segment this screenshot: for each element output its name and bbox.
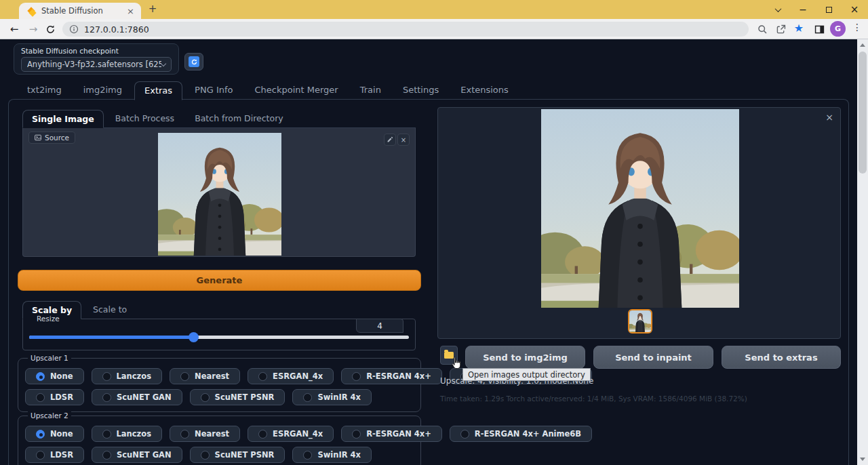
resize-slider[interactable] [29,336,409,339]
window-close-button[interactable]: × [846,0,863,19]
tab-close-icon[interactable]: × [125,6,136,16]
back-button[interactable]: ← [7,22,22,37]
send-to-extras-button[interactable]: Send to extras [722,346,841,369]
new-tab-button[interactable]: + [146,3,159,16]
tab-settings[interactable]: Settings [393,81,448,100]
upscaler2-group: Upscaler 2 None Lanczos Nearest ESRGAN_4… [18,416,421,465]
upscaler1-option-esrgan-4x[interactable]: ESRGAN_4x [248,368,334,384]
resize-slider-handle[interactable] [189,332,199,342]
tab-txt2img[interactable]: txt2img [18,81,71,100]
image-icon [35,134,41,141]
radio-icon [36,451,45,460]
radio-icon [102,451,111,460]
output-thumbnail-image [629,310,651,332]
upscaler2-option-ldsr[interactable]: LDSR [25,447,84,463]
radio-icon [352,372,361,381]
checkpoint-selector: Stable Diffusion checkpoint Anything-V3-… [14,43,179,75]
subtab-batch-process[interactable]: Batch Process [106,110,183,127]
profile-avatar[interactable]: G [830,21,846,37]
stable-diffusion-page: Stable Diffusion checkpoint Anything-V3-… [0,39,857,465]
upscaler2-option-r-esrgan-anime6b[interactable]: R-ESRGAN 4x+ Anime6B [450,426,592,442]
refresh-checkpoints-button[interactable] [184,53,203,70]
tab-extensions[interactable]: Extensions [451,81,518,100]
tab-scale-to[interactable]: Scale to [84,301,136,319]
source-chip: Source [28,132,75,144]
radio-icon [180,430,189,439]
tab-img2img[interactable]: img2img [74,81,132,100]
bookmark-star-icon[interactable]: ★ [791,21,806,36]
tab-extras[interactable]: Extras [134,81,182,100]
upscaler1-option-nearest[interactable]: Nearest [170,368,240,384]
send-to-img2img-button[interactable]: Send to img2img [465,346,585,369]
upscaler2-option-swinir-4x[interactable]: SwinIR 4x [292,447,372,463]
radio-icon [102,393,111,402]
upscaler2-option-scunet-gan[interactable]: ScuNET GAN [92,447,182,463]
radio-icon [352,430,361,439]
tab-checkpoint-merger[interactable]: Checkpoint Merger [245,81,347,100]
subtab-single-image[interactable]: Single Image [22,110,104,128]
upscaler2-option-esrgan-4x[interactable]: ESRGAN_4x [248,426,334,442]
upscaler1-option-none[interactable]: None [25,368,84,384]
radio-icon [201,393,210,402]
page-scrollbar[interactable] [857,39,868,465]
forward-button[interactable]: → [26,22,41,37]
reload-icon[interactable] [45,24,56,35]
upscaler2-option-scunet-psnr[interactable]: ScuNET PSNR [190,447,285,463]
scrollbar-thumb[interactable] [859,52,867,174]
output-image[interactable] [541,109,739,308]
radio-selected-icon [36,430,45,439]
upscaler2-option-lanczos[interactable]: Lanczos [92,426,163,442]
source-tools: × [384,134,410,146]
edit-pencil-icon[interactable] [384,134,396,146]
zoom-icon[interactable] [757,24,768,35]
radio-icon [460,430,469,439]
upscaler1-option-ldsr[interactable]: LDSR [25,389,84,405]
source-image [158,133,281,256]
browser-menu-kebab-icon[interactable]: ⋮ [852,22,862,33]
screen: Stable Diffusion × + − × ← → 127.0.0.1:7… [0,0,868,465]
output-gallery-panel: × [437,107,841,339]
upscaler2-option-r-esrgan-4x[interactable]: R-ESRGAN 4x+ [341,426,442,442]
upscaler1-option-r-esrgan-4x[interactable]: R-ESRGAN 4x+ [341,368,442,384]
browser-tab[interactable]: Stable Diffusion × [19,3,141,19]
upscaler1-option-scunet-psnr[interactable]: ScuNET PSNR [190,389,285,405]
tab-png-info[interactable]: PNG Info [185,81,242,100]
upscaler2-option-nearest[interactable]: Nearest [170,426,240,442]
radio-icon [303,451,312,460]
url-text: 127.0.0.1:7860 [84,24,149,35]
scroll-up-arrow-icon[interactable] [860,43,865,47]
upscaler1-label: Upscaler 1 [28,354,71,362]
radio-icon [258,372,267,381]
radio-icon [180,372,189,381]
resize-value-input[interactable] [356,319,403,333]
mouse-pointer-cursor [450,357,462,371]
scroll-down-arrow-icon[interactable] [860,458,865,461]
generate-button[interactable]: Generate [18,270,421,291]
output-thumbnail[interactable] [628,309,652,333]
upscaler2-option-none[interactable]: None [25,426,84,442]
source-image-dropzone[interactable]: Source × [22,128,416,257]
share-icon[interactable] [775,24,787,35]
upscaler1-option-swinir-4x[interactable]: SwinIR 4x [292,389,372,405]
upscaler1-option-scunet-gan[interactable]: ScuNET GAN [92,389,182,405]
upscaler2-row2: LDSR ScuNET GAN ScuNET PSNR SwinIR 4x [25,447,372,463]
clear-source-icon[interactable]: × [397,134,410,146]
radio-selected-icon [36,372,45,381]
browser-toolbar: ← → 127.0.0.1:7860 ★ G ⋮ [0,19,868,39]
side-panel-icon[interactable] [814,24,825,35]
close-gallery-icon[interactable]: × [825,112,833,123]
url-bar[interactable]: 127.0.0.1:7860 [62,22,749,37]
site-info-icon[interactable] [69,24,79,34]
radio-icon [258,430,267,439]
window-maximize-button[interactable] [821,0,837,19]
send-to-inpaint-button[interactable]: Send to inpaint [593,346,713,369]
checkpoint-dropdown[interactable]: Anything-V3-fp32.safetensors [625a2ba2] [21,57,172,72]
window-menu-chevron-icon[interactable] [770,0,786,19]
upscaler1-option-lanczos[interactable]: Lanczos [92,368,163,384]
tab-train[interactable]: Train [351,81,391,100]
refresh-icon [189,56,199,67]
radio-icon [102,430,111,439]
radio-icon [303,393,312,402]
subtab-batch-from-directory[interactable]: Batch from Directory [186,110,292,127]
window-minimize-button[interactable]: − [795,0,811,19]
